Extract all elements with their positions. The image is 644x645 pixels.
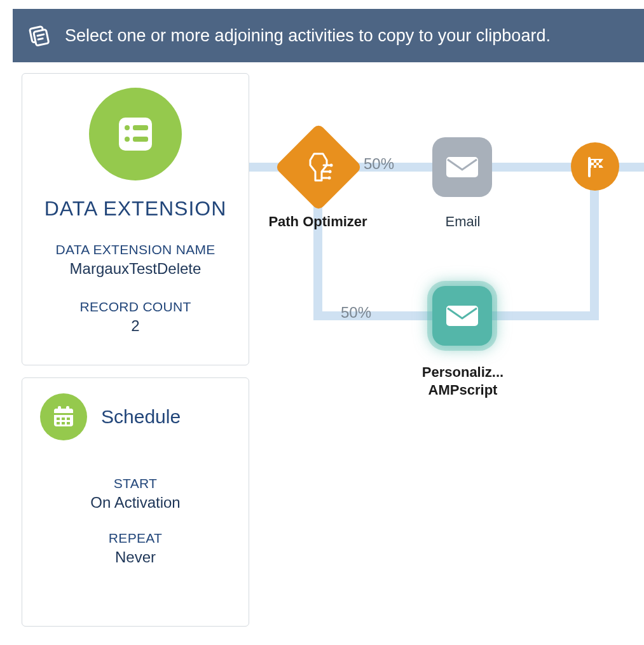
svg-rect-12 bbox=[58, 406, 61, 412]
calendar-icon bbox=[40, 393, 87, 440]
email-top-label: Email bbox=[406, 214, 520, 230]
svg-rect-19 bbox=[67, 422, 70, 424]
svg-point-21 bbox=[330, 164, 333, 167]
de-name-label: DATA EXTENSION NAME bbox=[22, 242, 249, 257]
record-count-value: 2 bbox=[22, 317, 249, 335]
copy-icon bbox=[25, 23, 51, 48]
svg-rect-13 bbox=[66, 406, 69, 412]
connector bbox=[490, 311, 599, 320]
connector bbox=[490, 163, 644, 172]
path-optimizer-label: Path Optimizer bbox=[261, 214, 375, 230]
svg-rect-33 bbox=[591, 165, 594, 168]
svg-rect-15 bbox=[62, 418, 65, 420]
email-bottom-label: Personaliz... AMPscript bbox=[406, 363, 520, 398]
schedule-title: Schedule bbox=[101, 406, 181, 428]
svg-rect-6 bbox=[133, 125, 148, 130]
email-bottom-label-line1: Personaliz... bbox=[406, 363, 520, 381]
svg-rect-18 bbox=[62, 422, 65, 424]
path-optimizer-node[interactable] bbox=[275, 123, 363, 212]
flag-icon bbox=[582, 153, 608, 180]
repeat-label: REPEAT bbox=[22, 531, 249, 546]
svg-point-23 bbox=[329, 170, 332, 173]
svg-point-25 bbox=[328, 177, 331, 180]
svg-rect-32 bbox=[599, 163, 601, 165]
svg-rect-4 bbox=[119, 118, 152, 151]
svg-rect-27 bbox=[446, 306, 478, 326]
connector bbox=[590, 183, 599, 320]
connector bbox=[313, 311, 435, 320]
svg-rect-16 bbox=[67, 418, 70, 420]
schedule-card[interactable]: Schedule START On Activation REPEAT Neve… bbox=[22, 377, 249, 627]
svg-rect-26 bbox=[446, 157, 478, 177]
start-label: START bbox=[22, 476, 249, 491]
svg-rect-30 bbox=[596, 160, 599, 163]
entry-source-title: DATA EXTENSION bbox=[22, 197, 249, 221]
email-bottom-label-line2: AMPscript bbox=[406, 381, 520, 399]
svg-point-5 bbox=[125, 125, 130, 130]
entry-source-card[interactable]: DATA EXTENSION DATA EXTENSION NAME Marga… bbox=[22, 73, 249, 365]
envelope-icon bbox=[445, 154, 479, 180]
svg-rect-34 bbox=[596, 165, 599, 168]
instruction-text: Select one or more adjoining activities … bbox=[65, 26, 551, 46]
svg-line-2 bbox=[38, 34, 44, 36]
svg-rect-8 bbox=[133, 137, 148, 142]
email-node-bottom[interactable] bbox=[432, 286, 492, 346]
svg-rect-11 bbox=[54, 413, 73, 415]
data-extension-icon bbox=[89, 88, 182, 180]
start-value: On Activation bbox=[22, 494, 249, 512]
svg-rect-29 bbox=[591, 160, 594, 163]
svg-line-3 bbox=[38, 39, 43, 39]
instruction-banner: Select one or more adjoining activities … bbox=[13, 9, 644, 62]
goal-node[interactable] bbox=[571, 142, 619, 191]
svg-rect-17 bbox=[57, 422, 60, 424]
svg-point-7 bbox=[125, 137, 130, 142]
envelope-icon bbox=[445, 303, 479, 329]
svg-rect-14 bbox=[57, 418, 60, 420]
record-count-label: RECORD COUNT bbox=[22, 299, 249, 315]
de-name-value: MargauxTestDelete bbox=[22, 260, 249, 278]
svg-rect-1 bbox=[34, 29, 49, 46]
split-top-pct: 50% bbox=[364, 155, 394, 173]
repeat-value: Never bbox=[22, 548, 249, 566]
email-node-top[interactable] bbox=[432, 137, 492, 197]
split-bottom-pct: 50% bbox=[341, 304, 371, 322]
svg-rect-31 bbox=[594, 163, 596, 165]
